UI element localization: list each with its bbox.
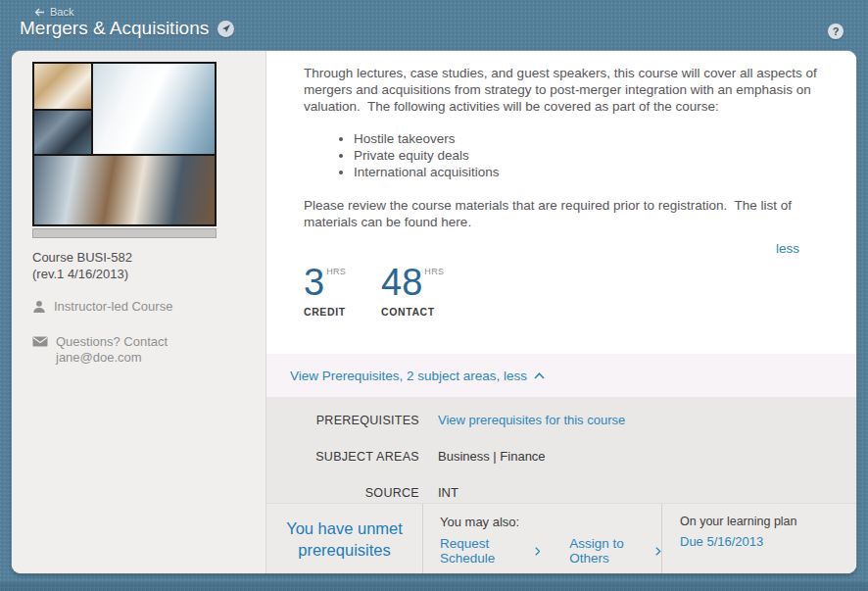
share-icon[interactable]	[217, 21, 234, 37]
source-label: SOURCE	[266, 486, 419, 500]
detail-row-prerequisites: PREREQUISITES View prerequisites for thi…	[266, 413, 856, 427]
less-link[interactable]: less	[776, 241, 799, 256]
detail-row-subject-areas: SUBJECT AREAS Business | Finance	[266, 449, 856, 464]
request-schedule-label: Request Schedule	[440, 536, 528, 566]
main-content: Through lectures, case studies, and gues…	[266, 51, 856, 573]
sidebar: Course BUSI-582 (rev.1 4/16/2013) Instru…	[12, 51, 266, 573]
prerequisites-toggle-label: View Prerequisites, 2 subject areas, les…	[290, 369, 527, 383]
page-title-text: Mergers & Acquisitions	[20, 18, 209, 39]
chevron-right-icon	[535, 546, 541, 557]
credit-hours-value: 3	[304, 265, 324, 300]
assign-to-others-label: Assign to Others	[569, 536, 649, 566]
source-value: INT	[438, 485, 458, 500]
course-code: Course BUSI-582	[32, 249, 265, 266]
detail-row-source: SOURCE INT	[266, 485, 856, 500]
arrow-left-icon	[34, 8, 45, 17]
prerequisites-label: PREREQUISITES	[266, 414, 419, 427]
hours-row: 3 HRS CREDIT 48 HRS CONTACT	[304, 265, 444, 318]
subject-areas-value: Business | Finance	[438, 449, 546, 464]
list-item: International acquisitions	[354, 164, 817, 180]
prerequisites-details: PREREQUISITES View prerequisites for thi…	[266, 397, 856, 503]
learning-plan-section: On your learning plan Due 5/16/2013	[662, 504, 856, 573]
contact-row: Questions? Contact jane@doe.com	[32, 334, 265, 366]
contact-text: Questions? Contact jane@doe.com	[56, 334, 168, 366]
materials-text: Please review the course materials that …	[304, 198, 796, 229]
unmet-prerequisites-status: You have unmet prerequisites	[266, 504, 423, 573]
subject-areas-label: SUBJECT AREAS	[266, 450, 419, 464]
due-date-link[interactable]: Due 5/16/2013	[680, 534, 856, 549]
photo-tile-3	[34, 111, 91, 154]
delivery-label: Instructor-led Course	[54, 299, 172, 315]
prerequisites-toggle[interactable]: View Prerequisites, 2 subject areas, les…	[266, 354, 856, 397]
description-paragraph-1: Through lectures, case studies, and gues…	[304, 65, 817, 115]
page-title: Mergers & Acquisitions	[20, 18, 234, 39]
activities-list: Hostile takeovers Private equity deals I…	[339, 130, 817, 180]
contact-hours-unit: HRS	[424, 267, 444, 276]
contact-hours-block: 48 HRS CONTACT	[381, 265, 444, 318]
back-link[interactable]: Back	[34, 6, 73, 18]
credit-hours-unit: HRS	[326, 267, 346, 276]
list-item: Hostile takeovers	[354, 130, 817, 147]
person-icon	[32, 300, 46, 318]
materials-here-link[interactable]: here	[441, 215, 467, 229]
contact-email: jane@doe.com	[56, 350, 168, 366]
chevron-up-icon	[534, 372, 545, 379]
contact-hours-label: CONTACT	[381, 306, 444, 318]
course-photo-collage	[32, 62, 217, 226]
learning-plan-label: On your learning plan	[680, 515, 856, 528]
help-icon[interactable]: ?	[828, 24, 844, 39]
course-revision: (rev.1 4/16/2013)	[32, 266, 265, 282]
photo-tile-1	[34, 64, 91, 109]
header: Back Mergers & Acquisitions ?	[0, 0, 868, 51]
you-may-also-label: You may also:	[440, 515, 661, 529]
contact-line1: Questions? Contact	[56, 334, 168, 350]
you-may-also-section: You may also: Request Schedule Assign to…	[423, 504, 662, 573]
chevron-right-icon	[655, 546, 661, 557]
assign-to-others-link[interactable]: Assign to Others	[569, 536, 661, 566]
credit-hours-label: CREDIT	[304, 306, 346, 318]
credit-hours-block: 3 HRS CREDIT	[304, 265, 346, 318]
mail-icon	[32, 335, 48, 351]
course-description-section: Through lectures, case studies, and gues…	[266, 51, 856, 354]
page-bottom-strip	[0, 582, 868, 591]
request-schedule-link[interactable]: Request Schedule	[440, 536, 540, 566]
list-item: Private equity deals	[354, 147, 817, 164]
course-detail-page: Back Mergers & Acquisitions ? Course B	[0, 0, 868, 591]
view-prerequisites-link[interactable]: View prerequisites for this course	[438, 413, 625, 427]
action-links: Request Schedule Assign to Others	[440, 536, 661, 566]
photo-tile-4	[34, 156, 215, 224]
photo-caption-bar	[32, 228, 217, 238]
photo-tile-2	[93, 64, 215, 154]
contact-hours-value: 48	[381, 265, 422, 300]
description-less-row: less	[304, 239, 817, 257]
description-paragraph-2: Please review the course materials that …	[304, 197, 817, 230]
delivery-row: Instructor-led Course	[32, 299, 265, 318]
course-code-block: Course BUSI-582 (rev.1 4/16/2013)	[32, 249, 265, 282]
materials-text-end: .	[467, 215, 471, 229]
course-card: Course BUSI-582 (rev.1 4/16/2013) Instru…	[12, 51, 856, 573]
bottom-action-bar: You have unmet prerequisites You may als…	[266, 503, 856, 573]
back-label: Back	[50, 6, 73, 18]
